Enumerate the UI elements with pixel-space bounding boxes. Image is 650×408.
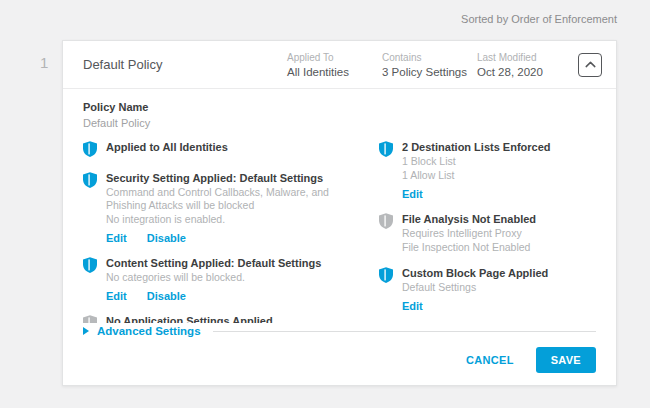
setting-title: Content Setting Applied: Default Setting…	[106, 257, 379, 270]
setting-title: Custom Block Page Applied	[402, 267, 596, 280]
disable-link[interactable]: Disable	[147, 231, 186, 246]
chevron-up-icon	[585, 61, 596, 68]
disable-link[interactable]: Disable	[147, 289, 186, 304]
setting-title: File Analysis Not Enabled	[402, 213, 596, 226]
advanced-settings-row: Advanced Settings	[83, 325, 596, 337]
meta-value: 3 Policy Settings	[382, 66, 475, 78]
policy-setting-item: Applied to All Identities	[83, 141, 379, 161]
setting-description: Requires Intelligent Proxy	[402, 227, 596, 240]
policy-setting-item: File Analysis Not Enabled Requires Intel…	[379, 213, 596, 256]
shield-blue-icon	[379, 141, 393, 202]
setting-description: No integration is enabled.	[106, 213, 368, 226]
advanced-settings-toggle[interactable]: Advanced Settings	[97, 325, 201, 337]
divider-line	[213, 331, 596, 332]
edit-link[interactable]: Edit	[402, 187, 423, 202]
shield-blue-icon	[83, 257, 97, 304]
settings-columns: Applied to All Identities Security Setti…	[83, 141, 596, 323]
policy-title: Default Policy	[83, 57, 287, 72]
setting-links: EditDisable	[106, 228, 379, 246]
setting-descriptions: Requires Intelligent ProxyFile Inspectio…	[402, 227, 596, 254]
setting-description: Command and Control Callbacks, Malware, …	[106, 186, 368, 212]
edit-link[interactable]: Edit	[106, 289, 127, 304]
save-button[interactable]: SAVE	[536, 347, 596, 373]
setting-links: Edit	[402, 296, 596, 314]
setting-title: No Application Settings Applied	[106, 315, 379, 323]
setting-links: EditDisable	[106, 286, 379, 304]
setting-descriptions: Command and Control Callbacks, Malware, …	[106, 186, 379, 226]
sorted-by-text: Sorted by Order of Enforcement	[461, 13, 617, 25]
setting-descriptions: 1 Block List1 Allow List	[402, 155, 596, 182]
meta-last-modified: Last Modified Oct 28, 2020	[477, 52, 570, 78]
policy-setting-item: No Application Settings Applied Enable	[83, 315, 379, 323]
expand-triangle-icon	[83, 327, 89, 335]
shield-blue-icon	[83, 172, 97, 246]
setting-title: Applied to All Identities	[106, 141, 379, 154]
shield-blue-icon	[379, 267, 393, 314]
policy-order-number: 1	[40, 54, 48, 71]
setting-description: 1 Allow List	[402, 169, 596, 182]
policy-setting-item: Custom Block Page Applied Default Settin…	[379, 267, 596, 314]
setting-descriptions: No categories will be blocked.	[106, 271, 379, 284]
policy-setting-item: Security Setting Applied: Default Settin…	[83, 172, 379, 246]
setting-description: No categories will be blocked.	[106, 271, 368, 284]
shield-gray-icon	[83, 315, 97, 323]
setting-description: File Inspection Not Enabled	[402, 241, 596, 254]
settings-column-left: Applied to All Identities Security Setti…	[83, 141, 379, 323]
setting-description: 1 Block List	[402, 155, 596, 168]
meta-applied-to: Applied To All Identities	[287, 52, 380, 78]
policy-card-body: Policy Name Default Policy Applied to Al…	[63, 89, 616, 385]
card-footer: CANCEL SAVE	[83, 347, 596, 373]
policy-setting-item: 2 Destination Lists Enforced 1 Block Lis…	[379, 141, 596, 202]
cancel-button[interactable]: CANCEL	[466, 354, 514, 366]
meta-value: All Identities	[287, 66, 380, 78]
setting-title: 2 Destination Lists Enforced	[402, 141, 596, 154]
settings-column-right: 2 Destination Lists Enforced 1 Block Lis…	[379, 141, 596, 323]
meta-label: Applied To	[287, 52, 380, 63]
policy-name-value: Default Policy	[83, 117, 596, 129]
shield-gray-icon	[379, 213, 393, 256]
setting-title: Security Setting Applied: Default Settin…	[106, 172, 379, 185]
setting-description: Default Settings	[402, 281, 596, 294]
shield-blue-icon	[83, 141, 97, 161]
policy-setting-item: Content Setting Applied: Default Setting…	[83, 257, 379, 304]
setting-links: Edit	[402, 184, 596, 202]
meta-contains: Contains 3 Policy Settings	[382, 52, 475, 78]
setting-descriptions: Default Settings	[402, 281, 596, 294]
policy-name-label: Policy Name	[83, 101, 596, 113]
edit-link[interactable]: Edit	[402, 299, 423, 314]
meta-value: Oct 28, 2020	[477, 66, 570, 78]
collapse-policy-button[interactable]	[578, 53, 602, 77]
policy-name-block: Policy Name Default Policy	[83, 101, 596, 129]
policy-card-header: Default Policy Applied To All Identities…	[63, 41, 616, 89]
edit-link[interactable]: Edit	[106, 231, 127, 246]
policy-card: Default Policy Applied To All Identities…	[62, 40, 617, 386]
meta-label: Last Modified	[477, 52, 570, 63]
meta-label: Contains	[382, 52, 475, 63]
